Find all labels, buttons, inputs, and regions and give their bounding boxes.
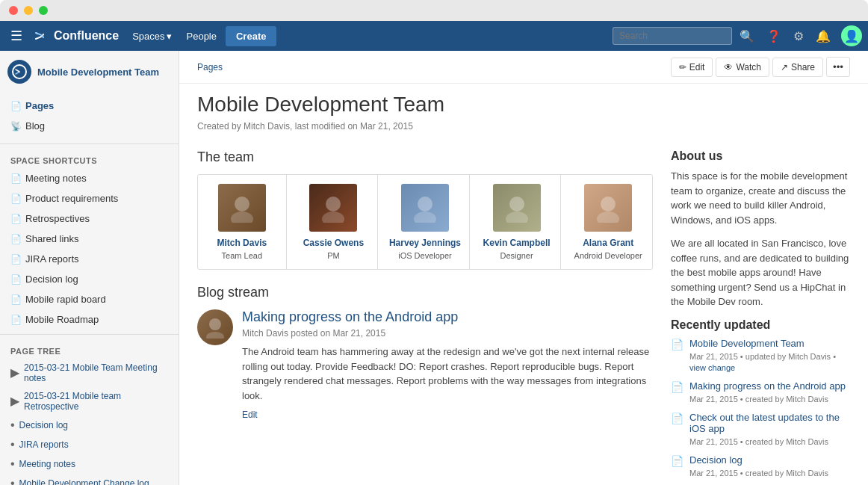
sidebar-page-tree: ▶2015-03-21 Mobile Team Meeting notes▶20… — [0, 359, 179, 485]
sidebar-nav: 📄 Pages 📡 Blog — [0, 93, 179, 139]
team-member-name[interactable]: Cassie Owens — [296, 238, 372, 248]
minimize-button[interactable] — [24, 6, 33, 15]
edit-button[interactable]: ✏ Edit — [671, 58, 713, 77]
more-icon: ••• — [833, 61, 843, 72]
blog-post-content: Making progress on the Android app Mitch… — [242, 309, 653, 420]
team-section-title: The team — [197, 149, 653, 165]
sidebar-divider-2 — [0, 334, 179, 335]
create-button[interactable]: Create — [226, 26, 276, 46]
sidebar-item-blog[interactable]: 📡 Blog — [0, 116, 179, 136]
logo[interactable]: Confluence — [30, 28, 123, 43]
recent-page-link[interactable]: Decision log — [689, 454, 828, 466]
team-member: Harvey Jennings iOS Developer — [381, 175, 470, 269]
page-tree-item[interactable]: •Meeting notes — [0, 454, 179, 474]
page-icon: 📄 — [671, 455, 683, 467]
blog-post-title[interactable]: Making progress on the Android app — [242, 309, 653, 325]
team-member-name[interactable]: Kevin Campbell — [479, 238, 555, 248]
sidebar-item-pages[interactable]: 📄 Pages — [0, 96, 179, 116]
svg-point-6 — [414, 211, 436, 223]
side-column: About us This space is for the mobile de… — [671, 149, 850, 485]
space-name: Mobile Development Team — [37, 67, 159, 78]
recent-page-link[interactable]: Making progress on the Android app — [689, 380, 846, 392]
team-member-role: PM — [296, 251, 372, 260]
blog-edit-link[interactable]: Edit — [242, 410, 258, 420]
svg-point-5 — [418, 197, 433, 211]
watch-button[interactable]: 👁 Watch — [716, 58, 769, 77]
blog-section-title: Blog stream — [197, 285, 653, 300]
team-avatar — [401, 184, 449, 232]
notifications-icon[interactable]: 🔔 — [811, 26, 835, 46]
recently-updated-list: 📄 Mobile Development Team Mar 21, 2015 •… — [671, 338, 850, 486]
people-menu[interactable]: People — [181, 28, 223, 45]
sidebar-item-decision-log[interactable]: 📄Decision log — [0, 269, 179, 289]
shortcut-icon: 📄 — [10, 173, 21, 184]
window-chrome — [0, 0, 868, 21]
sidebar-item-mobile-roadmap[interactable]: 📄Mobile Roadmap — [0, 309, 179, 330]
blog-post-avatar — [197, 309, 233, 345]
maximize-button[interactable] — [39, 6, 48, 15]
recent-meta: Mar 21, 2015 • created by Mitch Davis — [689, 395, 828, 404]
page-tree-item[interactable]: ▶2015-03-21 Mobile team Retrospective — [0, 387, 179, 416]
page-tree-item[interactable]: ▶2015-03-21 Mobile Team Meeting notes — [0, 359, 179, 387]
team-member-name[interactable]: Alana Grant — [570, 238, 646, 248]
sidebar-item-product-requirements[interactable]: 📄Product requirements — [0, 188, 179, 208]
recent-meta: Mar 21, 2015 • created by Mitch Davis — [689, 437, 828, 446]
view-change-link[interactable]: view change — [689, 363, 735, 372]
page-tree-section-title: Page Tree — [0, 339, 179, 359]
recent-page-link[interactable]: Check out the latest updates to the iOS … — [689, 412, 850, 434]
share-button[interactable]: ↗ Share — [772, 58, 823, 77]
recent-content: Making progress on the Android app Mar 2… — [689, 380, 846, 404]
shortcut-icon: 📄 — [10, 294, 21, 305]
sidebar-item-retrospectives[interactable]: 📄Retrospectives — [0, 208, 179, 229]
page-tree-item[interactable]: •Mobile Development Change log — [0, 474, 179, 485]
logo-text: Confluence — [54, 29, 119, 43]
sidebar-item-meeting-notes[interactable]: 📄Meeting notes — [0, 168, 179, 188]
svg-point-2 — [231, 211, 253, 223]
team-member-name[interactable]: Harvey Jennings — [387, 238, 463, 248]
sidebar-item-shared-links[interactable]: 📄Shared links — [0, 229, 179, 249]
team-member-role: Designer — [479, 251, 555, 260]
page-meta: Created by Mitch Davis, last modified on… — [197, 121, 850, 132]
svg-point-8 — [506, 211, 528, 223]
more-actions-button[interactable]: ••• — [826, 57, 850, 77]
page-tree-item[interactable]: •Decision log — [0, 416, 179, 435]
search-input[interactable] — [613, 27, 732, 45]
close-button[interactable] — [9, 6, 18, 15]
search-icon[interactable]: 🔍 — [735, 26, 759, 46]
blog-icon: 📡 — [10, 121, 21, 132]
svg-point-7 — [509, 197, 524, 211]
shortcut-icon: 📄 — [10, 315, 21, 325]
recent-item: 📄 Check out the latest updates to the iO… — [671, 412, 850, 447]
sidebar-item-jira-reports[interactable]: 📄JIRA reports — [0, 249, 179, 269]
menu-icon[interactable]: ☰ — [6, 25, 27, 47]
help-icon[interactable]: ❓ — [762, 26, 786, 46]
team-member-name[interactable]: Mitch Davis — [204, 238, 280, 248]
recent-item: 📄 Decision log Mar 21, 2015 • created by… — [671, 454, 850, 478]
team-avatar — [309, 184, 357, 232]
about-title: About us — [671, 149, 850, 163]
recent-content: Check out the latest updates to the iOS … — [689, 412, 850, 447]
page-tree-item[interactable]: •JIRA reports — [0, 435, 179, 454]
team-member-role: iOS Developer — [387, 251, 463, 260]
team-member: Kevin Campbell Designer — [473, 175, 562, 269]
sidebar-item-mobile-rapid-board[interactable]: 📄Mobile rapid board — [0, 289, 179, 309]
team-avatar — [584, 184, 632, 232]
svg-point-3 — [326, 197, 341, 211]
recent-meta: Mar 21, 2015 • updated by Mitch Davis • … — [689, 352, 836, 372]
team-member: Mitch Davis Team Lead — [198, 175, 287, 269]
main-layout: Mobile Development Team 📄 Pages 📡 Blog S… — [0, 51, 868, 485]
user-avatar[interactable]: 👤 — [841, 25, 862, 46]
team-member-role: Android Developer — [570, 251, 646, 260]
settings-icon[interactable]: ⚙ — [789, 26, 808, 46]
recent-page-link[interactable]: Mobile Development Team — [689, 338, 850, 349]
spaces-menu[interactable]: Spaces ▾ — [126, 28, 177, 45]
svg-point-1 — [235, 197, 249, 211]
two-col-layout: The team Mitch Davis Team Lead Cassie Ow… — [179, 149, 868, 485]
blog-posts: Making progress on the Android app Mitch… — [197, 309, 653, 420]
team-avatar — [493, 184, 541, 232]
breadcrumb[interactable]: Pages — [197, 62, 223, 72]
about-section: About us This space is for the mobile de… — [671, 149, 850, 309]
space-icon — [7, 60, 31, 84]
about-paragraphs: This space is for the mobile development… — [671, 169, 850, 309]
svg-point-10 — [597, 211, 619, 223]
